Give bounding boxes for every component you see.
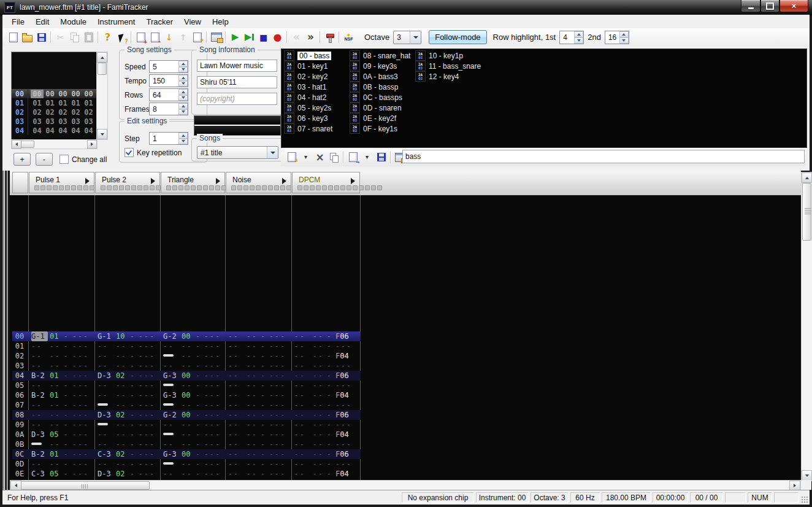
menu-item-help[interactable]: Help [207,15,234,28]
effect-column[interactable]: --- [139,449,159,459]
instrument-column[interactable]: -- [116,351,128,361]
spin-up-icon[interactable] [178,89,188,95]
effect-column[interactable]: --- [72,381,93,390]
volume-column[interactable]: - [196,459,202,469]
volume-column[interactable]: - [261,341,267,351]
instrument-column[interactable]: -- [182,459,193,469]
effect-column[interactable]: --- [139,400,159,410]
pattern-row-0E[interactable]: 0EC-305----D-302------------------------… [12,469,361,479]
instrument-item-0A[interactable]: 2A030A - bass3 [350,71,398,82]
instrument-item-07[interactable]: 2A0307 - snaret [284,123,332,134]
pattern-grid[interactable]: 00G-101----G-110----G-200---------------… [10,195,801,480]
volume-column[interactable]: - [64,410,71,420]
frame-list[interactable]: 0000000000000101010101010202020202020303… [11,52,98,140]
volume-column[interactable]: - [130,459,137,469]
pattern-cell[interactable]: ------ [29,439,94,449]
volume-column[interactable]: - [327,439,334,449]
volume-column[interactable]: - [64,351,71,361]
pattern-cell[interactable]: G-200---- [161,410,226,420]
volume-column[interactable]: - [261,410,267,420]
volume-column[interactable]: - [130,351,137,361]
frame-add-icon[interactable]: + [134,30,148,44]
volume-column[interactable]: - [327,331,334,341]
follow-mode-button[interactable]: Follow-mode [429,30,486,44]
instrument-item-08[interactable]: 2A0308 - snare_hat [350,50,410,61]
channel-expand-icon[interactable] [85,178,90,184]
volume-column[interactable]: - [130,420,137,430]
instrument-column[interactable]: -- [247,439,258,449]
menu-item-view[interactable]: View [178,15,207,28]
pattern-cell[interactable]: --------- [226,430,291,439]
spin-up-icon[interactable] [178,133,188,139]
menu-item-edit[interactable]: Edit [30,15,55,28]
minimize-button[interactable] [741,0,760,12]
pattern-cell[interactable]: ------ [95,400,161,410]
note-column[interactable]: D-3 [98,410,114,420]
frame-row[interactable]: 000000000000 [12,89,97,98]
effect-column[interactable]: --- [72,439,93,449]
pattern-cell[interactable]: --------- [226,439,291,449]
previous-frame-icon[interactable]: « [289,30,304,44]
frame-editor-icon[interactable] [323,30,337,44]
volume-column[interactable]: - [327,430,334,439]
effect-column[interactable]: --- [72,420,93,430]
effect-column[interactable]: --- [72,351,93,361]
scroll-right-icon[interactable] [789,481,800,490]
instrument-column[interactable]: -- [247,351,258,361]
instrument-column[interactable]: 00 [182,390,193,400]
instrument-list[interactable]: 2A0300 - bass2A0301 - key12A0302 - key22… [281,48,807,148]
volume-column[interactable]: - [130,410,137,420]
instrument-column[interactable]: -- [247,341,258,351]
spin-buttons[interactable] [178,89,188,101]
pattern-cell[interactable]: C-305---- [29,469,94,479]
instrument-column[interactable]: -- [116,341,128,351]
instrument-column[interactable]: -- [313,469,324,479]
pattern-row-05[interactable]: 05--------------------------------------… [12,381,361,390]
effect-column[interactable]: --- [269,381,289,390]
pattern-cell[interactable]: D-302---- [95,371,161,381]
volume-column[interactable]: - [64,469,71,479]
context-help-icon[interactable]: ? [115,30,129,44]
pattern-cell[interactable]: D-302---- [95,469,161,479]
note-column[interactable]: C-3 [31,469,48,479]
pattern-cell[interactable]: --------- [292,361,358,371]
pattern-cell[interactable]: --------- [95,390,161,400]
volume-column[interactable]: - [327,410,334,420]
instrument-item-09[interactable]: 2A0309 - key3s [350,61,397,71]
instrument-name-input[interactable] [402,150,805,163]
frame-pattern-cell[interactable]: 03 [56,117,69,126]
volume-column[interactable]: - [64,331,71,341]
pattern-cell[interactable]: --------- [29,420,94,430]
effect-column[interactable]: --- [204,449,224,459]
frame-pattern-cell[interactable]: 00 [69,90,82,98]
audio-visualizer[interactable] [194,115,281,136]
spin-up-icon[interactable] [178,61,188,67]
pattern-cell[interactable]: --------- [95,361,161,371]
pattern-cell[interactable]: B-201---- [29,449,94,459]
effect-column[interactable]: F04 [335,430,356,439]
instrument-item-0D[interactable]: 2A030D - snaren [350,103,402,113]
volume-column[interactable]: - [130,469,137,479]
instrument-column[interactable]: -- [247,381,258,390]
spin-buttons[interactable] [178,61,188,72]
volume-column[interactable]: - [130,400,137,410]
paste-icon[interactable] [82,30,96,44]
effect-column[interactable]: --- [139,410,159,420]
pattern-cell[interactable]: --------- [292,381,358,390]
effect-column[interactable]: --- [269,390,289,400]
effect-column[interactable]: --- [139,420,159,430]
instrument-column[interactable]: -- [116,390,128,400]
frame-pattern-cell[interactable]: 04 [82,126,95,135]
instrument-column[interactable]: -- [313,410,324,420]
songs-select[interactable]: #1 title [197,146,278,159]
effect-column[interactable]: --- [204,351,224,361]
effect-column[interactable]: --- [204,390,224,400]
pattern-cell[interactable]: --------- [29,361,94,371]
effect-column[interactable]: --- [269,449,289,459]
pattern-cell[interactable]: ------F04 [292,390,358,400]
volume-column[interactable]: - [327,459,334,469]
pattern-cell[interactable]: --------- [161,420,226,430]
effect-column[interactable]: --- [72,390,93,400]
effect-column[interactable]: --- [204,361,224,371]
pattern-cell[interactable]: --------- [161,469,226,479]
